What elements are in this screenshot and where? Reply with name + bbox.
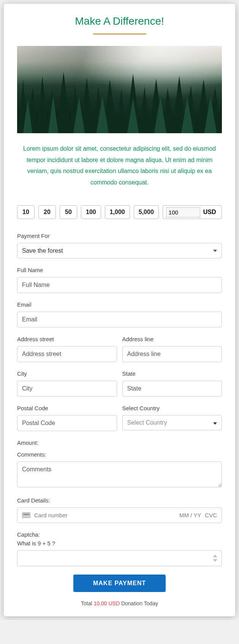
comments-input[interactable] [17, 461, 222, 487]
select-country-placeholder: Select Country [127, 419, 167, 426]
card-input[interactable]: Card number MM / YY CVC [17, 507, 222, 523]
card-icon [22, 512, 30, 518]
captcha-question: What is 9 + 5 ? [17, 540, 222, 546]
dropdown-caret-icon [213, 419, 217, 426]
footer-suffix: Donation Today [120, 600, 158, 606]
card-number-placeholder: Card number [34, 512, 68, 518]
amount-btn-5[interactable]: 5,000 [134, 205, 159, 219]
amount-custom: USD [163, 205, 222, 219]
stepper-icon[interactable] [213, 554, 218, 562]
amount-btn-2[interactable]: 50 [60, 205, 77, 219]
select-country-label: Select Country [122, 405, 222, 411]
description: Lorem ipsum dolor sit amet, consectetur … [17, 143, 222, 188]
captcha-input[interactable] [17, 550, 222, 566]
city-input[interactable] [17, 381, 117, 397]
email-input[interactable] [17, 312, 222, 328]
page-title: Make A Difference! [17, 15, 222, 27]
city-label: City [17, 370, 117, 377]
make-payment-button[interactable]: MAKE PAYMENT [73, 575, 166, 592]
amount-btn-3[interactable]: 100 [81, 205, 101, 219]
address-street-label: Address street [17, 336, 117, 342]
amount-label: Amount: [17, 439, 222, 446]
card-details-label: Card Details: [17, 497, 222, 504]
hero-image [17, 46, 222, 133]
captcha-label: Captcha: [17, 531, 222, 538]
custom-amount-input[interactable] [166, 207, 200, 217]
payment-for-label: Payment For [17, 233, 222, 239]
address-line-label: Address line [122, 336, 222, 342]
card-cvc-placeholder: CVC [205, 512, 217, 518]
select-country-dropdown[interactable]: Select Country [122, 415, 222, 430]
postal-code-input[interactable] [17, 415, 117, 431]
amount-row: 10 20 50 100 1,000 5,000 USD [17, 205, 222, 219]
full-name-input[interactable] [17, 277, 222, 293]
footer-amount: 10.00 USD [94, 600, 120, 606]
card-exp-placeholder: MM / YY [179, 512, 201, 518]
postal-code-label: Postal Code [17, 405, 117, 411]
amount-btn-0[interactable]: 10 [17, 205, 35, 219]
title-accent [93, 33, 146, 35]
address-line-input[interactable] [122, 346, 222, 362]
full-name-label: Full Name [17, 267, 222, 273]
state-label: State [122, 370, 222, 377]
amount-btn-4[interactable]: 1,000 [105, 205, 130, 219]
amount-btn-1[interactable]: 20 [38, 205, 56, 219]
state-input[interactable] [122, 381, 222, 397]
donation-card: Make A Difference! [4, 4, 235, 616]
comments-label: Comments: [17, 451, 222, 458]
currency-label: USD [203, 209, 216, 216]
address-street-input[interactable] [17, 346, 117, 362]
payment-for-select[interactable]: Save the forest [17, 243, 222, 258]
footer-line: Total 10.00 USD Donation Today [17, 600, 222, 609]
email-label: Email [17, 301, 222, 308]
footer-prefix: Total [81, 600, 93, 606]
